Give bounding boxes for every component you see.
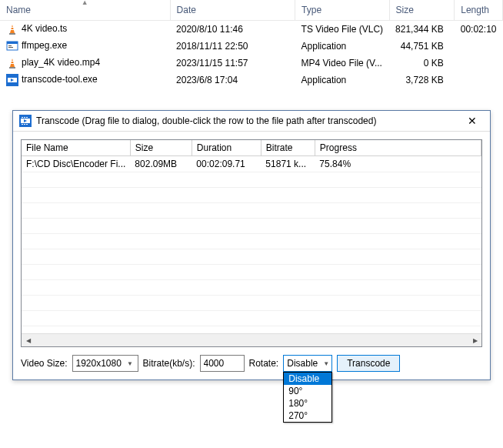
q-filename: F:\CD Disc\Encoder Fi... [22,156,130,172]
dialog-title: Transcode (Drag file to dialog, double-c… [36,115,461,126]
film-icon [19,115,32,127]
q-bitrate: 51871 k... [261,156,315,172]
svg-rect-15 [8,82,17,85]
svg-rect-1 [9,33,15,35]
col-header-size[interactable]: Size [389,0,455,21]
scroll-left-icon[interactable]: ◀ [22,334,35,347]
svg-rect-5 [7,42,18,44]
col-header-date[interactable]: Date [170,0,295,21]
svg-rect-25 [24,124,25,125]
q-col-bitrate[interactable]: Bitrate [261,140,315,156]
svg-rect-3 [11,29,15,30]
file-length [455,72,503,89]
svg-rect-7 [8,47,13,48]
svg-rect-2 [11,27,14,28]
transcode-button[interactable]: Transcode [337,355,400,372]
svg-rect-24 [22,124,23,125]
file-date: 2023/6/8 17:04 [170,72,295,89]
control-bar: Video Size: 1920x1080 ▼ Bitrate(kb/s): R… [21,355,482,372]
file-row[interactable]: transcode-tool.exe2023/6/8 17:04Applicat… [0,72,503,89]
horizontal-scrollbar[interactable]: ◀ ▶ [22,333,481,346]
file-length [455,55,503,72]
file-date: 2020/8/10 11:46 [170,21,295,38]
q-col-filename[interactable]: File Name [22,140,130,156]
svg-rect-21 [22,117,23,118]
svg-marker-8 [10,59,15,67]
rotate-label: Rotate: [249,358,279,369]
file-type: Application [295,38,389,55]
close-button[interactable]: ✕ [461,115,484,127]
rotate-option[interactable]: 90° [284,385,331,397]
file-length [455,38,503,55]
q-col-duration[interactable]: Duration [192,140,261,156]
rotate-option[interactable]: Disable [284,373,331,385]
file-size: 0 KB [389,55,455,72]
transcode-dialog: Transcode (Drag file to dialog, double-c… [12,110,491,380]
sort-asc-icon: ▲ [82,0,88,6]
file-explorer-table: Name ▲ Date Type Size Length 4K video.ts… [0,0,503,89]
file-date: 2018/11/11 22:50 [170,38,295,55]
film-icon [6,74,18,86]
col-header-type[interactable]: Type [295,0,389,21]
file-name: ffmpeg.exe [22,40,67,51]
file-type: MP4 Video File (V... [295,55,389,72]
q-col-size[interactable]: Size [130,140,192,156]
scroll-right-icon[interactable]: ▶ [468,334,481,347]
file-type: TS Video File (VLC) [295,21,389,38]
svg-rect-14 [8,75,17,78]
rotate-option[interactable]: 180° [284,397,331,410]
svg-rect-11 [11,63,15,64]
video-size-select[interactable]: 1920x1080 ▼ [72,355,138,372]
q-duration: 00:02:09.71 [192,156,261,172]
dialog-titlebar[interactable]: Transcode (Drag file to dialog, double-c… [13,111,490,132]
col-header-name[interactable]: Name ▲ [0,0,170,21]
exe-icon [6,40,18,52]
svg-rect-22 [24,117,25,118]
list-empty-area [22,172,481,333]
bitrate-input[interactable] [200,355,245,372]
file-type: Application [295,72,389,89]
svg-marker-0 [10,25,15,33]
file-size: 44,751 KB [389,38,455,55]
col-header-length[interactable]: Length [455,0,503,21]
q-size: 802.09MB [130,156,192,172]
file-name: transcode-tool.exe [22,74,98,85]
chevron-down-icon: ▼ [321,360,331,367]
file-row[interactable]: ffmpeg.exe2018/11/11 22:50Application44,… [0,38,503,55]
vlc-icon [6,57,18,69]
file-size: 821,344 KB [389,21,455,38]
rotate-select[interactable]: Disable ▼ [283,355,332,372]
file-size: 3,728 KB [389,72,455,89]
file-queue-list[interactable]: File Name Size Duration Bitrate Progress… [21,139,482,347]
vlc-icon [6,23,18,35]
q-progress: 75.84% [315,156,481,172]
col-label: Name [6,5,31,15]
svg-rect-9 [9,67,15,69]
svg-rect-6 [8,45,12,46]
file-date: 2023/11/15 11:57 [170,55,295,72]
q-col-progress[interactable]: Progress [315,140,481,156]
svg-rect-26 [26,124,28,125]
svg-rect-10 [11,61,14,62]
file-row[interactable]: 4K video.ts2020/8/10 11:46TS Video File … [0,21,503,38]
rotate-dropdown[interactable]: Disable90°180°270° [283,372,332,423]
queue-row[interactable]: F:\CD Disc\Encoder Fi...802.09MB00:02:09… [22,156,481,172]
svg-rect-23 [26,117,28,118]
file-name: 4K video.ts [22,23,67,34]
rotate-option[interactable]: 270° [284,410,331,422]
chevron-down-icon: ▼ [125,360,135,367]
file-name: play_4K video.mp4 [22,57,100,68]
close-icon: ✕ [468,115,477,127]
file-row[interactable]: play_4K video.mp42023/11/15 11:57MP4 Vid… [0,55,503,72]
bitrate-label: Bitrate(kb/s): [143,358,195,369]
file-length: 00:02:10 [455,21,503,38]
video-size-label: Video Size: [21,358,68,369]
